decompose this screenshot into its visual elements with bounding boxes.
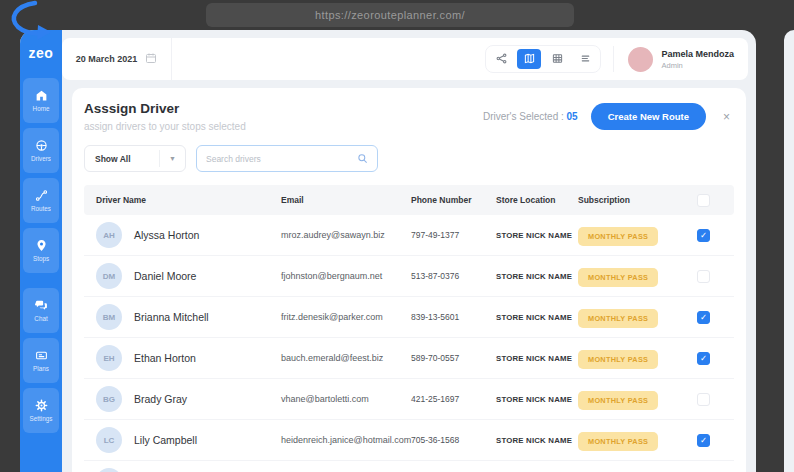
- table-view-button[interactable]: [545, 49, 569, 69]
- select-all-checkbox[interactable]: [697, 194, 710, 207]
- route-icon: [35, 189, 48, 202]
- calendar-icon: [145, 52, 157, 66]
- driver-name-cell: LC Lily Campbell: [96, 427, 281, 453]
- share-view-icon: [496, 50, 507, 68]
- sidebar-item-stops[interactable]: Stops: [23, 228, 59, 273]
- sidebar-item-chat[interactable]: Chat: [23, 288, 59, 333]
- driver-name: Brianna Mitchell: [134, 311, 209, 323]
- sidebar-item-label: Settings: [30, 415, 53, 422]
- avatar: BM: [96, 304, 122, 330]
- subscription-badge: MONTHLY PASS: [578, 227, 658, 246]
- driver-name-cell: BM Brianna Mitchell: [96, 304, 281, 330]
- subscription-cell: MONTHLY PASS: [578, 389, 673, 410]
- row-checkbox[interactable]: [697, 311, 710, 324]
- driver-store-location: STORE NICK NAME: [496, 395, 578, 404]
- driver-phone: 705-36-1568: [411, 435, 496, 445]
- page-title: Asssign Driver: [84, 101, 246, 116]
- sidebar-item-routes[interactable]: Routes: [23, 178, 59, 223]
- column-subscription: Subscription: [578, 195, 673, 205]
- list-view-button[interactable]: [573, 49, 597, 69]
- sidebar-item-plans[interactable]: Plans: [23, 338, 59, 383]
- map-view-button[interactable]: [517, 49, 541, 69]
- driver-email: bauch.emerald@feest.biz: [281, 353, 411, 363]
- table-row: DM Daniel Moore fjohnston@bergnaum.net 5…: [84, 256, 734, 297]
- subscription-cell: MONTHLY PASS: [578, 307, 673, 328]
- column-driver-name: Driver Name: [96, 195, 281, 205]
- driver-store-location: STORE NICK NAME: [496, 313, 578, 322]
- avatar: LC: [96, 427, 122, 453]
- ticket-icon: [35, 349, 48, 362]
- sidebar-item-home[interactable]: Home: [23, 78, 59, 123]
- user-role: Admin: [661, 61, 734, 70]
- driver-email: heidenreich.janice@hotmail.com: [281, 435, 411, 445]
- column-store-location: Store Location: [496, 195, 578, 205]
- table-header: Driver Name Email Phone Number Store Loc…: [84, 185, 734, 215]
- subscription-cell: MONTHLY PASS: [578, 348, 673, 369]
- search-input[interactable]: [206, 154, 357, 164]
- driver-email: mroz.audrey@sawayn.biz: [281, 230, 411, 240]
- sidebar-item-label: Plans: [33, 365, 49, 372]
- app-window: zeo Home Drivers: [20, 30, 756, 472]
- topbar: 20 March 2021: [62, 38, 748, 80]
- driver-name-cell: WM Winston Martin: [96, 468, 281, 472]
- avatar: DM: [96, 263, 122, 289]
- search-icon: [357, 150, 368, 168]
- table-row: AH Alyssa Horton mroz.audrey@sawayn.biz …: [84, 215, 734, 256]
- subscription-cell: MONTHLY PASS: [578, 266, 673, 287]
- driver-name: Daniel Moore: [134, 270, 196, 282]
- user-avatar: [628, 47, 653, 72]
- driver-store-location: STORE NICK NAME: [496, 354, 578, 363]
- table-row: LC Lily Campbell heidenreich.janice@hotm…: [84, 420, 734, 461]
- row-checkbox[interactable]: [697, 434, 710, 447]
- sidebar-item-label: Home: [33, 105, 50, 112]
- driver-phone: 513-87-0376: [411, 271, 496, 281]
- map-pin-icon: [35, 239, 48, 252]
- driver-phone: 589-70-0557: [411, 353, 496, 363]
- row-checkbox[interactable]: [697, 393, 710, 406]
- driver-phone: 839-13-5601: [411, 312, 496, 322]
- row-checkbox[interactable]: [697, 270, 710, 283]
- table-row: BG Brady Gray vhane@bartoletti.com 421-2…: [84, 379, 734, 420]
- curved-arrow-annotation: [5, 0, 57, 42]
- avatar: BG: [96, 386, 122, 412]
- driver-phone: 421-25-1697: [411, 394, 496, 404]
- steering-wheel-icon: [35, 139, 48, 152]
- sidebar-item-drivers[interactable]: Drivers: [23, 128, 59, 173]
- row-checkbox[interactable]: [697, 352, 710, 365]
- map-view-icon: [524, 50, 535, 68]
- subscription-badge: MONTHLY PASS: [578, 391, 658, 410]
- driver-store-location: STORE NICK NAME: [496, 272, 578, 281]
- create-new-route-button[interactable]: Create New Route: [591, 103, 706, 130]
- filter-dropdown[interactable]: Show All ▼: [84, 145, 186, 172]
- chevron-down-icon: ▼: [159, 150, 185, 167]
- avatar: EH: [96, 345, 122, 371]
- driver-name: Alyssa Horton: [134, 229, 199, 241]
- subscription-badge: MONTHLY PASS: [578, 268, 658, 287]
- row-checkbox[interactable]: [697, 229, 710, 242]
- sidebar-item-label: Chat: [34, 315, 47, 322]
- share-view-button[interactable]: [489, 49, 513, 69]
- subscription-cell: MONTHLY PASS: [578, 225, 673, 246]
- user-profile[interactable]: Pamela Mendoza Admin: [613, 46, 748, 72]
- driver-store-location: STORE NICK NAME: [496, 436, 578, 445]
- table-row: EH Ethan Horton bauch.emerald@feest.biz …: [84, 338, 734, 379]
- sidebar-item-settings[interactable]: Settings: [23, 388, 59, 433]
- driver-name-cell: EH Ethan Horton: [96, 345, 281, 371]
- drivers-selected-label: Driver's Selected : 05: [483, 111, 578, 122]
- next-screen-edge: [784, 30, 794, 472]
- date-picker[interactable]: 20 March 2021: [62, 38, 172, 80]
- subscription-badge: MONTHLY PASS: [578, 432, 658, 451]
- sidebar-item-label: Stops: [33, 255, 49, 262]
- browser-address-bar[interactable]: https://zeorouteplanner.com/: [206, 3, 574, 27]
- column-email: Email: [281, 195, 411, 205]
- list-view-icon: [580, 50, 591, 68]
- driver-name: Brady Gray: [134, 393, 187, 405]
- date-label: 20 March 2021: [76, 54, 138, 64]
- close-icon[interactable]: ×: [719, 110, 734, 124]
- filter-dropdown-value: Show All: [95, 154, 131, 164]
- driver-table-body: AH Alyssa Horton mroz.audrey@sawayn.biz …: [84, 215, 734, 472]
- driver-email: fritz.denesik@parker.com: [281, 312, 411, 322]
- driver-name-cell: BG Brady Gray: [96, 386, 281, 412]
- sidebar: zeo Home Drivers: [20, 30, 62, 472]
- assign-driver-panel: Asssign Driver assign drivers to your st…: [72, 88, 746, 472]
